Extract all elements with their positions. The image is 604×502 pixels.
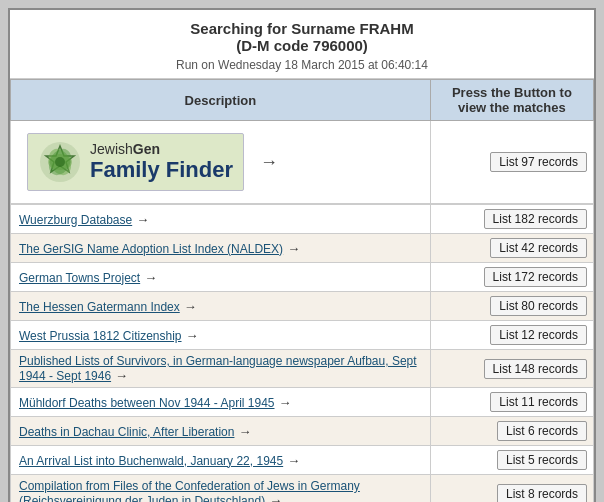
row-arrow-icon: →	[269, 493, 282, 502]
row-description: German Towns Project→	[11, 263, 431, 292]
table-row: German Towns Project→List 172 records	[11, 263, 594, 292]
list-button[interactable]: List 80 records	[490, 296, 587, 316]
list-button[interactable]: List 148 records	[484, 359, 587, 379]
jewishgen-text: JewishGen	[90, 141, 233, 157]
row-arrow-icon: →	[186, 328, 199, 343]
row-description: Wuerzburg Database→	[11, 205, 431, 234]
results-table-wrap: Description Press the Button to view the…	[10, 79, 594, 502]
row-button-cell: List 5 records	[430, 446, 593, 475]
svg-point-5	[55, 157, 65, 167]
col-button: Press the Button to view the matches	[430, 80, 593, 121]
list-button[interactable]: List 6 records	[497, 421, 587, 441]
table-row: An Arrival List into Buchenwald, January…	[11, 446, 594, 475]
list-button[interactable]: List 182 records	[484, 209, 587, 229]
table-row: West Prussia 1812 Citizenship→List 12 re…	[11, 321, 594, 350]
title-line1: Searching for Surname FRAHM	[190, 20, 413, 37]
row-button-cell: List 8 records	[430, 475, 593, 503]
row-description: Mühldorf Deaths between Nov 1944 - April…	[11, 388, 431, 417]
row-button-cell: List 12 records	[430, 321, 593, 350]
list-button[interactable]: List 172 records	[484, 267, 587, 287]
row-button-cell: List 80 records	[430, 292, 593, 321]
row-description: The GerSIG Name Adoption List Index (NAL…	[11, 234, 431, 263]
desc-link[interactable]: Mühldorf Deaths between Nov 1944 - April…	[19, 396, 275, 410]
row-arrow-icon: →	[287, 453, 300, 468]
desc-link[interactable]: An Arrival List into Buchenwald, January…	[19, 454, 283, 468]
logo-arrow-icon: →	[260, 152, 278, 173]
row-description: Deaths in Dachau Clinic, After Liberatio…	[11, 417, 431, 446]
row-description: Published Lists of Survivors, in German-…	[11, 350, 431, 388]
row-arrow-icon: →	[287, 241, 300, 256]
run-info: Run on Wednesday 18 March 2015 at 06:40:…	[18, 58, 586, 72]
col-description: Description	[11, 80, 431, 121]
row-button-cell: List 182 records	[430, 205, 593, 234]
row-arrow-icon: →	[279, 395, 292, 410]
list-button[interactable]: List 8 records	[497, 484, 587, 503]
row-button-cell: List 6 records	[430, 417, 593, 446]
logo-list-button[interactable]: List 97 records	[490, 152, 587, 172]
table-row: The Hessen Gatermann Index→List 80 recor…	[11, 292, 594, 321]
row-description: An Arrival List into Buchenwald, January…	[11, 446, 431, 475]
row-arrow-icon: →	[136, 212, 149, 227]
desc-link[interactable]: The GerSIG Name Adoption List Index (NAL…	[19, 242, 283, 256]
family-finder-text: Family Finder	[90, 157, 233, 182]
row-arrow-icon: →	[144, 270, 157, 285]
logo-row: JewishGen Family Finder → List 97 record…	[11, 121, 594, 204]
row-description: The Hessen Gatermann Index→	[11, 292, 431, 321]
row-button-cell: List 42 records	[430, 234, 593, 263]
row-arrow-icon: →	[184, 299, 197, 314]
row-description: Compilation from Files of the Confederat…	[11, 475, 431, 503]
desc-link[interactable]: Deaths in Dachau Clinic, After Liberatio…	[19, 425, 234, 439]
desc-link[interactable]: Compilation from Files of the Confederat…	[19, 479, 360, 502]
row-button-cell: List 11 records	[430, 388, 593, 417]
row-button-cell: List 172 records	[430, 263, 593, 292]
list-button[interactable]: List 11 records	[490, 392, 587, 412]
table-row: The GerSIG Name Adoption List Index (NAL…	[11, 234, 594, 263]
list-button[interactable]: List 12 records	[490, 325, 587, 345]
main-container: Searching for Surname FRAHM (D-M code 79…	[8, 8, 596, 502]
jewishgen-logo: JewishGen Family Finder	[27, 133, 244, 191]
row-description: West Prussia 1812 Citizenship→	[11, 321, 431, 350]
page-title: Searching for Surname FRAHM (D-M code 79…	[18, 20, 586, 54]
table-row: Wuerzburg Database→List 182 records	[11, 205, 594, 234]
data-rows-table: Wuerzburg Database→List 182 recordsThe G…	[10, 204, 594, 502]
logo-text: JewishGen Family Finder	[90, 141, 233, 182]
leaf-icon	[38, 140, 82, 184]
logo-btn-cell: List 97 records	[430, 121, 593, 204]
row-arrow-icon: →	[238, 424, 251, 439]
table-row: Deaths in Dachau Clinic, After Liberatio…	[11, 417, 594, 446]
table-row: Compilation from Files of the Confederat…	[11, 475, 594, 503]
row-arrow-icon: →	[115, 368, 128, 383]
row-button-cell: List 148 records	[430, 350, 593, 388]
logo-cell: JewishGen Family Finder →	[11, 121, 431, 204]
list-button[interactable]: List 5 records	[497, 450, 587, 470]
list-button[interactable]: List 42 records	[490, 238, 587, 258]
table-row: Published Lists of Survivors, in German-…	[11, 350, 594, 388]
results-table: Description Press the Button to view the…	[10, 79, 594, 204]
desc-link[interactable]: The Hessen Gatermann Index	[19, 300, 180, 314]
desc-link[interactable]: Wuerzburg Database	[19, 213, 132, 227]
desc-link[interactable]: German Towns Project	[19, 271, 140, 285]
table-row: Mühldorf Deaths between Nov 1944 - April…	[11, 388, 594, 417]
title-line2: (D-M code 796000)	[236, 37, 368, 54]
desc-link[interactable]: West Prussia 1812 Citizenship	[19, 329, 182, 343]
page-header: Searching for Surname FRAHM (D-M code 79…	[10, 10, 594, 79]
desc-link[interactable]: Published Lists of Survivors, in German-…	[19, 354, 417, 383]
